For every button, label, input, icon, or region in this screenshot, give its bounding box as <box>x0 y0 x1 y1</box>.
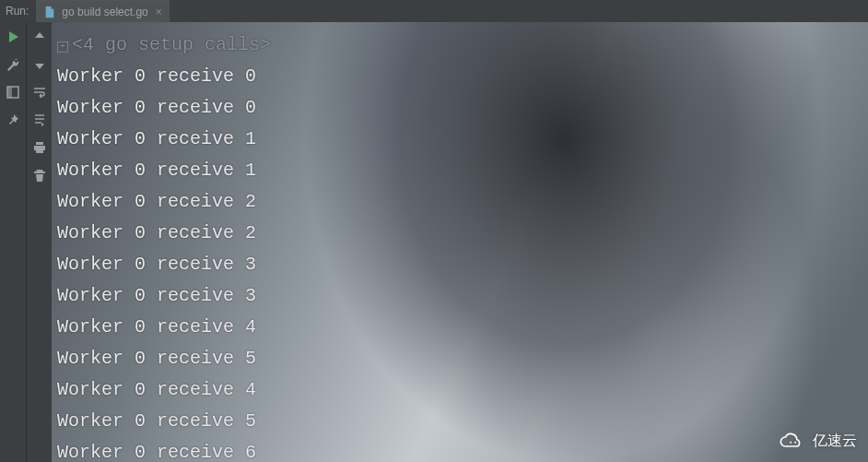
console-line: Worker 0 receive 3 <box>57 249 862 280</box>
print-icon[interactable] <box>32 140 47 155</box>
watermark-text: 亿速云 <box>813 432 857 451</box>
setup-text: <4 go setup calls> <box>72 34 271 55</box>
soft-wrap-icon[interactable] <box>32 85 47 100</box>
console-line: Worker 0 receive 4 <box>57 374 862 406</box>
watermark: 亿速云 <box>776 432 857 451</box>
run-tab[interactable]: go build select.go × <box>36 0 169 22</box>
arrow-up-icon[interactable] <box>32 30 47 44</box>
run-label: Run: <box>6 5 29 18</box>
cloud-logo-icon <box>776 432 807 451</box>
main-area: +<4 go setup calls> Worker 0 receive 0 W… <box>0 22 868 462</box>
console-line: Worker 0 receive 0 <box>57 92 862 124</box>
close-icon[interactable]: × <box>156 6 162 18</box>
setup-calls-line[interactable]: +<4 go setup calls> <box>57 30 862 61</box>
console-line: Worker 0 receive 1 <box>57 155 862 186</box>
wrench-icon[interactable] <box>6 57 20 72</box>
rerun-icon[interactable] <box>6 30 20 44</box>
left-gutter-primary <box>0 22 26 462</box>
scroll-to-end-icon[interactable] <box>32 113 47 127</box>
svg-point-2 <box>790 441 792 443</box>
run-tab-title: go build select.go <box>62 6 147 18</box>
console-line: Worker 0 receive 5 <box>57 406 862 437</box>
console-line: Worker 0 receive 1 <box>57 124 862 155</box>
console-line: Worker 0 receive 6 <box>57 437 862 462</box>
go-file-icon <box>43 6 56 18</box>
console-line: Worker 0 receive 2 <box>57 186 862 218</box>
run-tool-window-header: Run: go build select.go × <box>0 0 868 22</box>
expand-icon[interactable]: + <box>57 41 68 53</box>
svg-rect-1 <box>7 87 12 98</box>
console-line: Worker 0 receive 3 <box>57 280 862 312</box>
svg-point-3 <box>794 441 796 443</box>
layout-icon[interactable] <box>6 85 20 100</box>
console-line: Worker 0 receive 0 <box>57 61 862 92</box>
console-line: Worker 0 receive 2 <box>57 218 862 249</box>
pin-icon[interactable] <box>6 113 20 127</box>
left-gutter-secondary <box>26 22 52 462</box>
console-line: Worker 0 receive 5 <box>57 343 862 374</box>
console-line: Worker 0 receive 4 <box>57 312 862 343</box>
console-output[interactable]: +<4 go setup calls> Worker 0 receive 0 W… <box>52 22 868 462</box>
trash-icon[interactable] <box>32 168 47 183</box>
arrow-down-icon[interactable] <box>32 57 47 72</box>
